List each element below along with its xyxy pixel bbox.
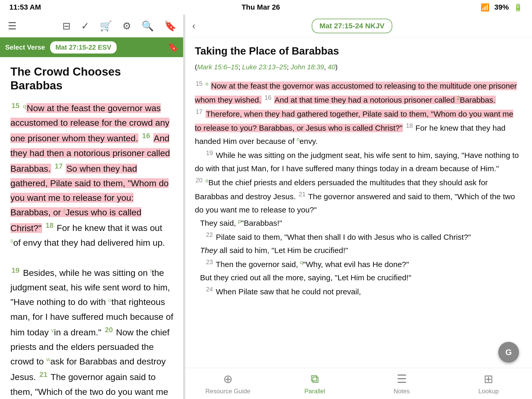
lookup-label: Lookup xyxy=(478,388,499,395)
verse-num-15: 15 xyxy=(11,102,19,110)
resource-guide-icon: ⊕ xyxy=(223,372,233,385)
right-verse-num-15: 15 xyxy=(196,80,203,87)
library-icon[interactable]: ⊟ xyxy=(62,20,71,32)
verse-text-esv: 15 qNow at the feast the governor was ac… xyxy=(10,100,174,399)
battery-icon: 🔋 xyxy=(514,3,523,12)
battery-indicator: 39% xyxy=(494,3,509,11)
notes-label: Notes xyxy=(394,388,410,395)
cart-icon[interactable]: 🛒 xyxy=(100,20,112,32)
float-action-button[interactable]: G xyxy=(498,342,519,363)
left-header-bar: Select Verse Mat 27:15-22 ESV 🔖 xyxy=(0,37,184,57)
right-verse-num-17: 17 xyxy=(196,108,203,115)
right-verse-text-nkjv: 15 n Now at the feast the governor was a… xyxy=(195,78,522,298)
lookup-icon: ⊞ xyxy=(484,372,493,385)
parallel-label: Parallel xyxy=(304,388,325,395)
status-time: 11:53 AM xyxy=(9,3,41,11)
right-verse-num-20: 20 xyxy=(196,177,203,184)
verse-num-18: 18 xyxy=(45,221,56,229)
right-header: ‹ Mat 27:15-24 NKJV xyxy=(184,15,532,37)
right-content: Taking the Place of Barabbas (Mark 15:6–… xyxy=(184,37,532,368)
bookmark-icon[interactable]: 🔖 xyxy=(164,20,176,32)
passage-title: The Crowd Chooses Barabbas xyxy=(10,65,174,92)
cross-ref-luke[interactable]: Luke 23:13–25 xyxy=(242,63,287,71)
select-verse-button[interactable]: Select Verse xyxy=(5,43,45,51)
wifi-icon: 📶 xyxy=(481,3,490,12)
right-verse-num-19: 19 xyxy=(206,149,213,156)
cross-ref-john40[interactable]: 40 xyxy=(328,63,335,71)
menu-icon[interactable]: ☰ xyxy=(8,20,17,32)
cross-ref-mark[interactable]: Mark 15:6–15 xyxy=(197,63,238,71)
right-verse-num-22: 22 xyxy=(206,231,213,238)
right-verse-num-23: 23 xyxy=(206,258,213,265)
verse-num-19: 19 xyxy=(11,266,19,274)
cross-ref-john[interactable]: John 18:39 xyxy=(291,63,324,71)
bottom-navigation: ⊕ Resource Guide ⧉ Parallel ☰ Notes ⊞ Lo… xyxy=(184,368,532,399)
back-button[interactable]: ‹ xyxy=(192,21,195,31)
settings-icon[interactable]: ⚙ xyxy=(122,20,131,32)
verse-num-17: 17 xyxy=(55,162,65,170)
status-date: Thu Mar 26 xyxy=(242,3,280,11)
nav-tab-lookup[interactable]: ⊞ Lookup xyxy=(445,370,532,397)
footnote-q: q xyxy=(23,103,26,109)
right-verse-badge[interactable]: Mat 27:15-24 NKJV xyxy=(312,19,393,33)
left-toolbar: ☰ ⊟ ✓ 🛒 ⚙ 🔍 🔖 xyxy=(0,15,184,37)
verse-num-16: 16 xyxy=(142,132,152,140)
notes-icon: ☰ xyxy=(397,372,407,385)
check-icon[interactable]: ✓ xyxy=(81,20,89,32)
nav-tab-resource-guide[interactable]: ⊕ Resource Guide xyxy=(184,370,271,397)
cross-refs: (Mark 15:6–15; Luke 23:13–25; John 18:39… xyxy=(195,62,522,72)
verse-ref-badge[interactable]: Mat 27:15-22 ESV xyxy=(50,41,116,54)
resource-guide-label: Resource Guide xyxy=(205,388,250,395)
parallel-icon: ⧉ xyxy=(311,372,319,385)
left-content: The Crowd Chooses Barabbas 15 qNow at th… xyxy=(0,57,184,399)
right-verse-num-24: 24 xyxy=(206,286,213,293)
verse-num-20: 20 xyxy=(105,326,115,334)
nav-tab-parallel[interactable]: ⧉ Parallel xyxy=(271,370,358,397)
header-bookmark-icon[interactable]: 🔖 xyxy=(167,42,179,53)
search-icon[interactable]: 🔍 xyxy=(142,20,154,32)
right-passage-title: Taking the Place of Barabbas xyxy=(195,45,522,57)
verse-num-21: 21 xyxy=(39,370,50,378)
nav-tab-notes[interactable]: ☰ Notes xyxy=(358,370,445,397)
